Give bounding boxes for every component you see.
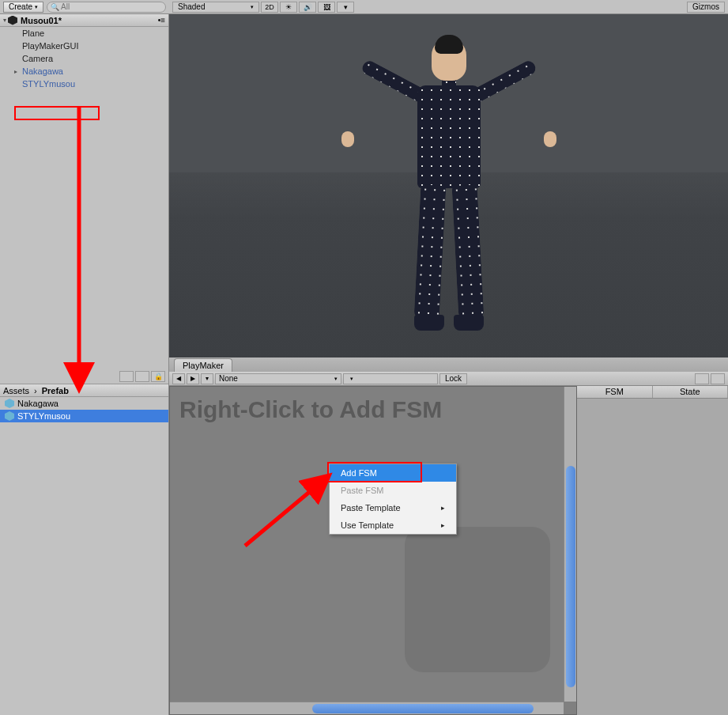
pm-settings-icon[interactable] [711,373,725,384]
pm-hint-text: Right-Click to Add FSM [179,396,442,423]
fx-dropdown[interactable]: ▾ [337,2,354,13]
pm-watermark [387,509,568,690]
pm-canvas[interactable]: Right-Click to Add FSM [169,386,577,715]
create-button[interactable]: Create [3,2,43,13]
playmaker-tab-row: PlayMaker [169,358,728,372]
project-toolbar: 🔒 [0,358,168,384]
pm-scrollbar-horizontal[interactable] [170,702,564,714]
hierarchy-item[interactable]: STYLYmusou [0,78,168,90]
project-item[interactable]: Nakagawa [0,397,168,410]
hierarchy-item[interactable]: Plane [0,27,168,40]
hierarchy-item[interactable]: PlayMakerGUI [0,40,168,52]
project-item-label: STYLYmusou [17,411,70,421]
hierarchy-toolbar: Create 🔍 [0,0,169,13]
top-toolbar: Create 🔍 Shaded 2D ☀ 🔊 🖼 ▾ Gizmos [0,0,728,14]
pm-scrollbar-vertical[interactable] [564,387,576,702]
pm-recent-icon[interactable]: ▾ [201,373,213,384]
unity-icon [8,16,17,25]
breadcrumb[interactable]: Assets Prefab [0,384,168,397]
project-panel: 🔒 Assets Prefab NakagawaSTYLYmusou [0,358,169,715]
gizmos-button[interactable]: Gizmos [687,2,725,13]
playmaker-tab[interactable]: PlayMaker [174,358,232,372]
context-menu-item[interactable]: Use Template [330,516,456,534]
hierarchy-item[interactable]: Camera [0,52,168,65]
hierarchy-search[interactable]: 🔍 [47,2,166,13]
annotation-box-addfsm [327,462,422,482]
fx-toggle[interactable]: 🖼 [318,2,335,13]
scene-header[interactable]: ▾ Musou01* •≡ [0,14,168,27]
2d-toggle[interactable]: 2D [261,2,278,13]
context-menu-item: Paste FSM [330,482,456,499]
pm-forward-icon[interactable]: ▶ [187,373,199,384]
svg-rect-0 [405,527,550,672]
search-icon: 🔍 [51,3,59,11]
annotation-box-hierarchy [14,106,100,120]
pm-inspector: FSM State [577,386,728,715]
pm-side-tabs: FSM State [577,386,728,399]
lighting-toggle[interactable]: ☀ [280,2,297,13]
project-favorite-icon[interactable] [135,371,149,382]
pm-minimap-icon[interactable] [695,373,709,384]
context-menu-item[interactable]: Paste Template [330,499,456,516]
scene-toolbar: Shaded 2D ☀ 🔊 🖼 ▾ Gizmos [169,0,728,13]
pm-fsm-dropdown-2[interactable] [343,373,438,384]
pm-fsm-dropdown[interactable]: None [215,373,341,384]
audio-toggle[interactable]: 🔊 [299,2,316,13]
character-model [346,38,552,339]
prefab-icon [5,411,14,421]
tab-fsm[interactable]: FSM [577,386,653,398]
scene-menu-icon[interactable]: •≡ [158,16,165,25]
scene-name: Musou01* [21,16,62,25]
breadcrumb-prefab[interactable]: Prefab [42,386,69,395]
pm-body: Right-Click to Add FSM FSM State [169,386,728,715]
prefab-icon [5,399,14,408]
tab-state[interactable]: State [653,386,729,398]
shaded-dropdown[interactable]: Shaded [172,2,259,13]
lock-icon[interactable]: 🔒 [151,371,165,382]
project-item-label: Nakagawa [17,399,58,408]
pm-lock-toggle[interactable]: Lock [439,373,467,384]
hierarchy-panel: ▾ Musou01* •≡ PlanePlayMakerGUICameraNak… [0,14,169,358]
scene-viewport[interactable] [169,14,728,358]
search-input[interactable] [61,2,162,11]
breadcrumb-assets[interactable]: Assets [3,386,29,395]
playmaker-toolbar: ◀ ▶ ▾ None Lock [169,372,728,386]
project-item[interactable]: STYLYmusou [0,410,168,422]
breadcrumb-separator [32,386,39,395]
pm-back-icon[interactable]: ◀ [172,373,185,384]
project-filter-icon[interactable] [119,371,134,382]
playmaker-panel: PlayMaker ◀ ▶ ▾ None Lock Right-Click to… [169,358,728,715]
hierarchy-item[interactable]: Nakagawa [0,65,168,78]
scene-view[interactable] [169,14,728,358]
